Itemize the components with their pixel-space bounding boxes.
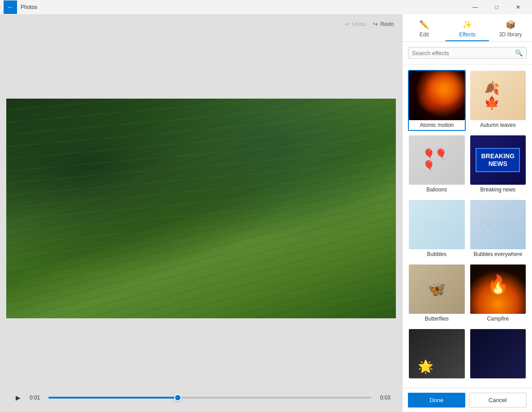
main-container: ↩ Undo ↪ Redo ▶ 0:01 (0, 14, 532, 412)
tab-edit[interactable]: ✏️ Edit (403, 14, 446, 41)
effect-thumbnail-partial2 (470, 329, 526, 378)
window-controls: — □ ✕ (465, 0, 528, 14)
effect-thumbnail-atomic-motion (409, 71, 465, 120)
maximize-button[interactable]: □ (486, 0, 507, 14)
close-button[interactable]: ✕ (508, 0, 528, 14)
effect-campfire[interactable]: Campfire (469, 264, 527, 325)
timeline-controls: ▶ 0:01 0:03 (12, 391, 390, 404)
play-button[interactable]: ▶ (12, 391, 24, 404)
undo-icon: ↩ (345, 21, 350, 27)
redo-icon: ↪ (373, 21, 378, 27)
effect-breaking-news[interactable]: BREAKINGNEWS Breaking news (469, 134, 527, 195)
panel-bottom: Done Cancel (403, 388, 532, 412)
search-input[interactable] (412, 50, 515, 56)
effect-label-autumn-leaves: Autumn leaves (470, 120, 526, 130)
effect-label-bubbles: Bubbles (409, 249, 465, 259)
effect-thumbnail-balloons (409, 135, 465, 185)
effect-label-partial1 (409, 378, 465, 382)
effect-label-campfire: Campfire (470, 314, 526, 324)
timeline-track[interactable] (48, 393, 372, 402)
effect-label-balloons: Balloons (409, 185, 465, 195)
effect-thumbnail-campfire (470, 265, 526, 314)
timeline-background (48, 397, 372, 399)
tab-edit-label: Edit (420, 31, 429, 38)
undo-button[interactable]: ↩ Undo (345, 21, 366, 27)
effect-butterflies[interactable]: Butterflies (408, 264, 466, 325)
search-icon: 🔍 (515, 49, 523, 56)
effects-grid: Atomic motion Autumn leaves Balloons BRE… (403, 65, 532, 388)
search-container: 🔍 (403, 42, 532, 65)
effect-label-breaking-news: Breaking news (470, 185, 526, 195)
redo-button[interactable]: ↪ Redo (373, 21, 394, 27)
effect-thumbnail-butterflies (409, 265, 465, 314)
right-panel: ✏️ Edit ✨ Effects 📦 3D library 🔍 (402, 14, 532, 412)
effects-icon: ✨ (462, 20, 472, 30)
effect-label-atomic-motion: Atomic motion (409, 120, 465, 130)
effect-bubbles[interactable]: Bubbles (408, 199, 466, 260)
effect-thumbnail-breaking-news: BREAKINGNEWS (470, 135, 526, 185)
cancel-button[interactable]: Cancel (469, 393, 527, 408)
left-panel: ↩ Undo ↪ Redo ▶ 0:01 (0, 14, 402, 412)
minimize-button[interactable]: — (465, 0, 485, 14)
video-frame (6, 99, 396, 318)
effect-thumbnail-bubbles (409, 200, 465, 249)
video-container (4, 31, 398, 386)
3dlibrary-icon: 📦 (506, 20, 515, 30)
video-preview (6, 99, 396, 318)
search-box: 🔍 (408, 47, 527, 59)
effect-bubbles-everywhere[interactable]: Bubbles everywhere (469, 199, 527, 260)
effect-thumbnail-partial1 (409, 329, 465, 378)
timeline-container: ▶ 0:01 0:03 (4, 386, 398, 408)
timeline-progress (48, 397, 178, 399)
end-time: 0:03 (377, 395, 390, 401)
effect-label-butterflies: Butterflies (409, 314, 465, 324)
done-button[interactable]: Done (408, 393, 465, 408)
play-icon: ▶ (16, 394, 21, 401)
effect-partial1[interactable] (408, 328, 466, 383)
tab-3dlibrary-label: 3D library (499, 31, 522, 38)
tab-effects-label: Effects (459, 31, 475, 38)
current-time: 0:01 (30, 395, 43, 401)
effect-label-partial2 (470, 378, 526, 382)
effect-label-bubbles-everywhere: Bubbles everywhere (470, 249, 526, 259)
effect-partial2[interactable] (469, 328, 527, 383)
back-button[interactable]: ← (4, 0, 17, 14)
effect-thumbnail-autumn-leaves (470, 71, 526, 120)
effect-balloons[interactable]: Balloons (408, 134, 466, 195)
effect-thumbnail-bubbles-everywhere (470, 200, 526, 249)
edit-icon: ✏️ (419, 20, 429, 30)
toolbar: ↩ Undo ↪ Redo (4, 19, 398, 31)
effect-atomic-motion[interactable]: Atomic motion (408, 70, 466, 131)
panel-tabs: ✏️ Edit ✨ Effects 📦 3D library (403, 14, 532, 42)
timeline-thumb[interactable] (174, 394, 181, 401)
tab-3dlibrary[interactable]: 📦 3D library (489, 14, 532, 41)
breaking-news-text: BREAKINGNEWS (476, 148, 520, 172)
app-title: Photos (21, 4, 465, 10)
back-icon: ← (7, 4, 13, 11)
effect-autumn-leaves[interactable]: Autumn leaves (469, 70, 527, 131)
titlebar: ← Photos — □ ✕ (0, 0, 532, 14)
tab-effects[interactable]: ✨ Effects (446, 14, 489, 41)
